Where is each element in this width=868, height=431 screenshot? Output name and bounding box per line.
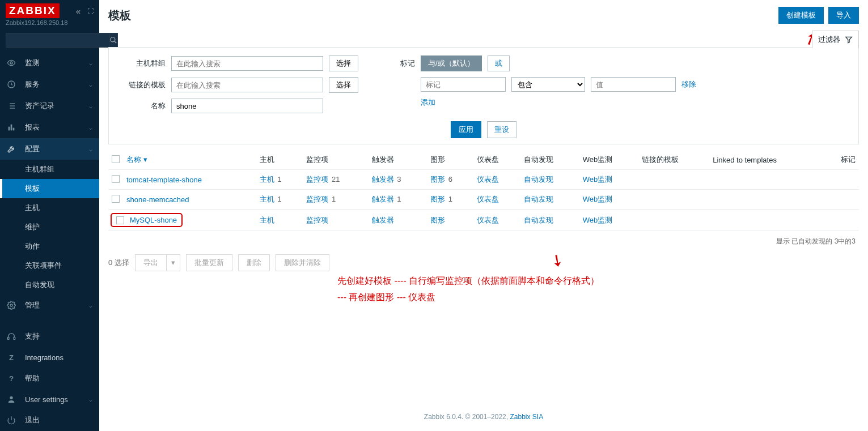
filter-name-input[interactable] xyxy=(171,99,323,113)
chevron-down-icon: ⌵ xyxy=(89,396,92,403)
filter-linked-templates-input[interactable] xyxy=(171,78,323,92)
fullscreen-icon[interactable]: ⛶ xyxy=(87,7,94,14)
delete-clear-button[interactable]: 删除并清除 xyxy=(276,254,329,271)
nav-退出[interactable]: 退出 xyxy=(0,409,99,431)
tag-eval-andor-button[interactable]: 与/或（默认） xyxy=(421,56,482,71)
col-dashboards: 仪表盘 xyxy=(473,150,520,170)
tag-remove-link[interactable]: 移除 xyxy=(681,79,696,89)
mass-update-button[interactable]: 批量更新 xyxy=(186,254,232,271)
chevron-down-icon: ⌵ xyxy=(89,125,92,131)
zabbix-sia-link[interactable]: Zabbix SIA xyxy=(510,413,543,421)
nav-支持[interactable]: 支持 xyxy=(0,326,99,347)
nav-label: 服务 xyxy=(25,79,40,89)
tag-eval-or-button[interactable]: 或 xyxy=(488,56,510,71)
select-host-groups-button[interactable]: 选择 xyxy=(329,56,358,71)
subnav-自动发现[interactable]: 自动发现 xyxy=(0,275,99,295)
col-web: Web监测 xyxy=(579,150,639,170)
power-icon xyxy=(7,416,16,425)
nav-服务[interactable]: 服务⌵ xyxy=(0,74,99,95)
dashboards-link[interactable]: 仪表盘 xyxy=(477,175,499,184)
page-title: 模板 xyxy=(108,8,131,23)
graphs-link[interactable]: 图形 xyxy=(430,216,445,224)
chevron-down-icon: ⌵ xyxy=(89,302,92,309)
nav-资产记录[interactable]: 资产记录⌵ xyxy=(0,95,99,117)
hosts-link[interactable]: 主机 xyxy=(260,195,274,203)
web-link[interactable]: Web监测 xyxy=(583,195,613,203)
subnav-动作[interactable]: 动作 xyxy=(0,237,99,256)
col-hosts: 主机 xyxy=(256,150,303,170)
triggers-link[interactable]: 触发器 xyxy=(372,216,394,224)
nav-label: Integrations xyxy=(25,353,63,362)
discovery-link[interactable]: 自动发现 xyxy=(524,216,553,224)
filter-host-groups-input[interactable] xyxy=(171,56,323,71)
dashboards-link[interactable]: 仪表盘 xyxy=(477,195,499,203)
zabbix-footer: Zabbix 6.0.4. © 2001–2022, Zabbix SIA xyxy=(99,403,868,431)
sidebar: ZABBIX « ⛶ Zabbix192.168.250.18 监测⌵服务⌵资产… xyxy=(0,0,99,431)
dashboards-link[interactable]: 仪表盘 xyxy=(477,216,499,224)
web-link[interactable]: Web监测 xyxy=(583,216,613,224)
tag-add-link[interactable]: 添加 xyxy=(421,97,435,108)
delete-button[interactable]: 删除 xyxy=(238,254,270,271)
nav-label: 帮助 xyxy=(25,373,40,383)
nav-配置[interactable]: 配置⌵ xyxy=(0,138,99,160)
subnav-模板[interactable]: 模板 xyxy=(0,179,99,198)
nav-报表[interactable]: 报表⌵ xyxy=(0,117,99,138)
nav-User settings[interactable]: User settings⌵ xyxy=(0,389,99,409)
nav-label: User settings xyxy=(25,395,68,404)
discovery-link[interactable]: 自动发现 xyxy=(524,175,553,184)
hosts-link[interactable]: 主机 xyxy=(260,175,274,184)
nav-Integrations[interactable]: ZIntegrations xyxy=(0,347,99,368)
export-dropdown-button[interactable]: ▾ xyxy=(166,254,180,271)
chevron-down-icon: ⌵ xyxy=(89,146,92,152)
chevron-down-icon: ⌵ xyxy=(89,60,92,66)
graphs-link[interactable]: 图形 xyxy=(430,195,445,203)
tag-value-input[interactable] xyxy=(591,77,676,92)
items-link[interactable]: 监控项 xyxy=(306,175,328,184)
items-link[interactable]: 监控项 xyxy=(306,216,328,224)
nav-管理[interactable]: 管理⌵ xyxy=(0,295,99,316)
hosts-link[interactable]: 主机 xyxy=(260,216,274,224)
row-checkbox[interactable] xyxy=(116,216,124,224)
graphs-link[interactable]: 图形 xyxy=(430,175,445,184)
nav-帮助[interactable]: ?帮助 xyxy=(0,368,99,389)
triggers-link[interactable]: 触发器 xyxy=(372,195,394,203)
template-name-link[interactable]: MySQL-shone xyxy=(130,216,177,224)
col-name[interactable]: 名称 ▾ xyxy=(126,155,147,164)
collapse-sidebar-icon[interactable]: « xyxy=(76,6,81,16)
filter-reset-button[interactable]: 重设 xyxy=(487,121,516,138)
filter-apply-button[interactable]: 应用 xyxy=(451,121,481,138)
template-name-link[interactable]: tomcat-template-shone xyxy=(126,176,202,184)
filter-tab[interactable]: 过滤器 xyxy=(812,31,859,48)
row-checkbox[interactable] xyxy=(112,175,120,183)
nav-监测[interactable]: 监测⌵ xyxy=(0,52,99,74)
sidebar-search-input[interactable] xyxy=(6,33,109,48)
web-link[interactable]: Web监测 xyxy=(583,175,613,184)
zabbix-logo[interactable]: ZABBIX xyxy=(6,3,60,18)
subnav-主机[interactable]: 主机 xyxy=(0,198,99,217)
user-icon xyxy=(7,395,16,404)
tag-operator-select[interactable]: 包含 xyxy=(511,77,585,92)
subnav-维护[interactable]: 维护 xyxy=(0,217,99,237)
import-button[interactable]: 导入 xyxy=(828,7,859,24)
filter-host-groups-label: 主机群组 xyxy=(120,58,166,69)
row-checkbox[interactable] xyxy=(112,195,120,203)
template-name-link[interactable]: shone-memcached xyxy=(126,195,189,204)
col-triggers: 触发器 xyxy=(369,150,427,170)
select-all-checkbox[interactable] xyxy=(112,155,120,163)
create-template-button[interactable]: 创建模板 xyxy=(778,7,824,24)
select-linked-templates-button[interactable]: 选择 xyxy=(329,77,358,93)
subnav-关联项事件[interactable]: 关联项事件 xyxy=(0,256,99,275)
items-link[interactable]: 监控项 xyxy=(306,195,328,203)
highlighted-template: MySQL-shone xyxy=(112,214,181,226)
nav-label: 报表 xyxy=(25,122,40,133)
subnav-主机群组[interactable]: 主机群组 xyxy=(0,160,99,179)
tag-name-input[interactable] xyxy=(421,77,506,92)
svg-rect-11 xyxy=(11,125,12,131)
gear-icon xyxy=(7,301,16,310)
triggers-link[interactable]: 触发器 xyxy=(372,175,394,184)
chevron-down-icon: ⌵ xyxy=(89,103,92,109)
discovery-link[interactable]: 自动发现 xyxy=(524,195,553,203)
nav-label: 资产记录 xyxy=(25,101,54,111)
export-button[interactable]: 导出 xyxy=(135,254,166,271)
table-row: tomcat-template-shone主机 1监控项 21触发器 3图形 6… xyxy=(108,170,859,190)
